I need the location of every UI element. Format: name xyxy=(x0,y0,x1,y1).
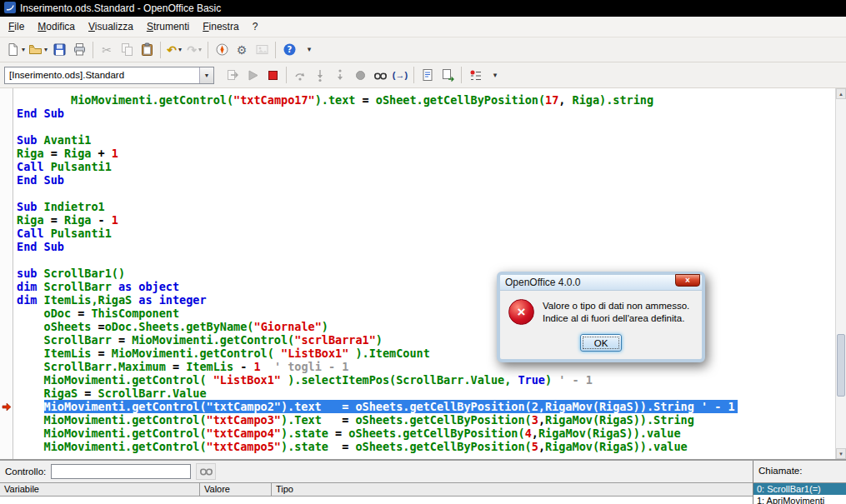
save-source-button[interactable] xyxy=(438,65,458,85)
toolbar-separator xyxy=(461,67,462,83)
compile-button xyxy=(223,65,243,85)
dialog-body: × Valore o tipo di dati non ammesso. Ind… xyxy=(500,291,702,359)
menu-item-help[interactable]: ? xyxy=(246,18,265,35)
dialog-message: Valore o tipo di dati non ammesso. Indic… xyxy=(543,299,689,325)
dropdown-arrow-icon[interactable]: ▾ xyxy=(178,46,182,53)
code-line[interactable]: ItemLis = MioMovimenti.getControl( "List… xyxy=(17,347,835,360)
code-area[interactable]: MioMovimenti.getControl("txtCampo17").te… xyxy=(13,88,835,459)
toolbar-options-button[interactable]: ▾ xyxy=(299,40,319,60)
dialog-title-bar[interactable]: OpenOffice 4.0.0 × xyxy=(500,275,702,291)
menu-item-visualizza[interactable]: Visualizza xyxy=(82,18,140,35)
watch-column-header-valore[interactable]: Valore xyxy=(200,483,272,496)
code-line[interactable]: End Sub xyxy=(17,240,835,253)
enable-watch-button[interactable] xyxy=(370,65,390,85)
help-icon: ? xyxy=(283,42,297,57)
find-parentheses-button[interactable]: (→) xyxy=(390,65,410,85)
code-line[interactable]: dim ScrollBarr as object xyxy=(17,280,835,293)
breakpoint-icon xyxy=(353,68,368,82)
call-stack-item[interactable]: 1: ApriMovimenti xyxy=(753,495,846,504)
code-line[interactable]: Sub Indietro1 xyxy=(17,200,835,213)
code-line[interactable]: Riga = Riga - 1 xyxy=(17,213,835,227)
navigator-button[interactable] xyxy=(212,40,232,60)
glasses-icon xyxy=(373,68,388,82)
step-out-button xyxy=(330,65,350,85)
options-button[interactable]: ⚙ xyxy=(232,40,252,60)
help-button[interactable]: ? xyxy=(279,40,299,60)
new-document-icon xyxy=(6,42,20,57)
error-dialog: OpenOffice 4.0.0 × × Valore o tipo di da… xyxy=(497,272,705,362)
code-line[interactable]: Call Pulsanti1 xyxy=(17,160,835,173)
toolbar-separator xyxy=(286,67,287,83)
insert-source-button[interactable] xyxy=(418,65,438,85)
code-line[interactable] xyxy=(17,253,835,267)
code-editor[interactable]: MioMovimenti.getControl("txtCampo17").te… xyxy=(0,88,846,459)
menu-item-finestra[interactable]: Finestra xyxy=(196,18,245,35)
new-document-button[interactable]: ▾ xyxy=(4,40,27,60)
menu-item-strumenti[interactable]: Strumenti xyxy=(140,18,196,35)
code-line[interactable]: Call Pulsanti1 xyxy=(17,227,835,240)
call-stack-item[interactable]: 0: ScrollBar1(=) xyxy=(753,483,846,495)
dialog-close-button[interactable]: × xyxy=(675,274,700,287)
cut-icon: ✂ xyxy=(102,44,112,56)
code-line[interactable]: Riga = Riga + 1 xyxy=(17,147,835,160)
watch-control-label: Controllo: xyxy=(5,467,46,477)
scroll-up-icon[interactable]: ▲ xyxy=(836,88,846,99)
watch-list[interactable] xyxy=(0,497,753,504)
watch-input[interactable] xyxy=(51,464,191,479)
current-statement-arrow xyxy=(2,402,12,412)
calls-title: Chiamate: xyxy=(753,461,846,482)
save-button[interactable] xyxy=(49,40,69,60)
code-line[interactable]: End Sub xyxy=(17,173,835,187)
toolbar-separator xyxy=(275,42,276,58)
app-icon xyxy=(4,2,16,16)
watch-add-button[interactable] xyxy=(196,463,216,480)
code-line[interactable]: oSheets =oDoc.Sheets.getByName("Giornale… xyxy=(17,320,835,333)
code-line[interactable]: MioMovimenti.getControl("txtCampo2").tex… xyxy=(17,400,835,413)
code-line[interactable]: MioMovimenti.getControl("txtCampo17").te… xyxy=(17,93,835,107)
code-line[interactable]: ScrollBarr = MioMovimenti.getControl("sc… xyxy=(17,333,835,347)
manage-breakpoints-icon xyxy=(468,68,483,82)
dropdown-arrow-icon[interactable]: ▾ xyxy=(44,46,48,53)
ok-button[interactable]: OK xyxy=(580,334,622,352)
code-line[interactable]: End Sub xyxy=(17,107,835,120)
undo-button[interactable]: ↶▾ xyxy=(164,40,184,60)
calls-panel: Chiamate: 0: ScrollBar1(=)1: ApriMovimen… xyxy=(753,461,846,504)
redo-button: ↷▾ xyxy=(184,40,204,60)
menu-item-modifica[interactable]: Modifica xyxy=(31,18,82,35)
title-bar: Inserimento.ods.Standard - OpenOffice Ba… xyxy=(0,0,846,17)
run-button xyxy=(243,65,263,85)
open-document-button[interactable]: ▾ xyxy=(27,40,49,60)
print-button[interactable] xyxy=(69,40,89,60)
code-line[interactable] xyxy=(17,120,835,133)
menu-item-file[interactable]: File xyxy=(2,18,31,35)
scrollbar-thumb[interactable] xyxy=(837,334,845,397)
watch-column-header-variabile[interactable]: Variabile xyxy=(0,483,200,496)
breakpoint-margin[interactable] xyxy=(0,88,13,459)
combobox-dropdown-icon[interactable]: ▼ xyxy=(199,67,213,83)
code-line[interactable]: MioMovimenti.getControl("txtCampo4").sta… xyxy=(17,427,835,440)
toolbar-separator xyxy=(208,42,208,58)
toolbar-options-button[interactable]: ▾ xyxy=(485,65,505,85)
code-line[interactable]: sub ScrollBar1() xyxy=(17,267,835,280)
watch-column-header-tipo[interactable]: Tipo xyxy=(272,483,753,496)
editor-vertical-scrollbar[interactable]: ▲ ▼ xyxy=(835,88,846,459)
stop-button[interactable] xyxy=(263,65,283,85)
window-title: Inserimento.ods.Standard - OpenOffice Ba… xyxy=(20,2,221,14)
source-text-icon xyxy=(421,68,435,82)
code-line[interactable]: Sub Avanti1 xyxy=(17,133,835,147)
code-line[interactable]: RigaS = ScrollBarr.Value xyxy=(17,387,835,400)
dropdown-arrow-icon[interactable]: ▾ xyxy=(22,46,25,53)
code-line[interactable]: dim ItemLis,RigaS as integer xyxy=(17,293,835,307)
manage-breakpoints-button[interactable] xyxy=(465,65,485,85)
library-combobox[interactable]: [Inserimento.ods].Standard ▼ xyxy=(4,67,214,84)
code-line[interactable]: MioMovimenti.getControl( "ListBox1" ).se… xyxy=(17,373,835,387)
code-line[interactable]: ScrollBarr.Maximum = ItemLis - 1 ' togli… xyxy=(17,360,835,373)
code-line[interactable] xyxy=(17,187,835,200)
dropdown-arrow-icon[interactable]: ▾ xyxy=(198,46,202,53)
standard-toolbar: ▾▾✂↶▾↷▾⚙?▾ xyxy=(0,37,846,62)
code-line[interactable]: MioMovimenti.getControl("txtCampo5").sta… xyxy=(17,440,835,453)
code-line[interactable]: MioMovimenti.getControl("txtCampo3").Tex… xyxy=(17,413,835,427)
code-line[interactable]: oDoc = ThisComponent xyxy=(17,307,835,320)
scroll-down-icon[interactable]: ▼ xyxy=(836,448,846,459)
paste-button[interactable] xyxy=(137,40,157,60)
